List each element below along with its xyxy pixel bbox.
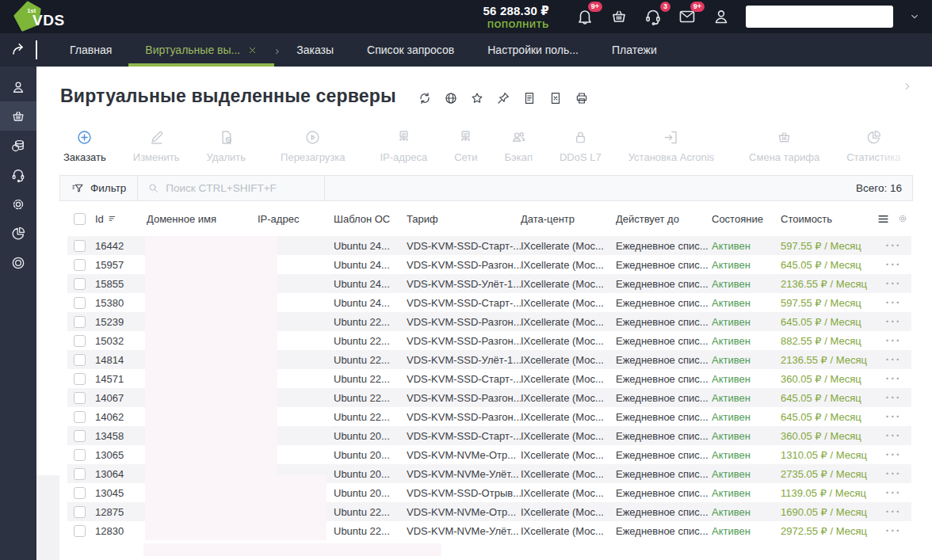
change-tariff-button[interactable]: Смена тарифа: [735, 129, 833, 163]
sidebar-item-clients[interactable]: [0, 72, 36, 101]
column-header-id[interactable]: Id: [95, 213, 147, 225]
cell-valid-until: Ежедневное спис...: [616, 316, 712, 328]
row-checkbox[interactable]: [74, 354, 86, 366]
row-menu-button[interactable]: ···: [876, 299, 911, 307]
row-checkbox[interactable]: [74, 373, 86, 385]
row-menu-button[interactable]: ···: [876, 470, 911, 478]
sidebar-item-finance[interactable]: [0, 131, 36, 160]
row-checkbox[interactable]: [74, 449, 86, 461]
toolbar-button-label: DDoS L7: [560, 151, 602, 163]
edit-button[interactable]: Изменить: [120, 129, 193, 163]
acronis-install-button[interactable]: Установка Acronis: [615, 129, 728, 163]
forward-arrow-icon[interactable]: [10, 40, 29, 59]
doc-xls-icon[interactable]: [548, 91, 563, 105]
support-headset-icon[interactable]: 3: [644, 7, 663, 26]
table-settings-gear-icon[interactable]: [897, 213, 908, 224]
select-all-checkbox[interactable]: [74, 213, 86, 225]
order-button[interactable]: Заказать: [50, 129, 120, 163]
column-header-state[interactable]: Состояние: [712, 213, 781, 225]
tab-orders[interactable]: Заказы: [280, 33, 350, 67]
printer-icon[interactable]: [575, 91, 589, 105]
row-menu-button[interactable]: ···: [876, 413, 911, 421]
row-menu-button[interactable]: ···: [876, 527, 911, 535]
search-box[interactable]: [138, 176, 324, 200]
cell-cost: 2972.55 ₽ / Месяц: [781, 525, 876, 537]
restart-button[interactable]: Перезагрузка: [267, 129, 358, 163]
account-menu[interactable]: [746, 6, 893, 28]
networks-button[interactable]: IPСети: [441, 129, 491, 163]
sidebar-item-products[interactable]: [0, 101, 36, 131]
table-menu-icon[interactable]: [877, 213, 889, 225]
row-menu-button[interactable]: ···: [876, 375, 911, 383]
doc-list-icon[interactable]: [522, 91, 537, 105]
row-menu-button[interactable]: ···: [876, 508, 911, 516]
row-menu-button[interactable]: ···: [876, 242, 911, 250]
row-menu-button[interactable]: ···: [876, 261, 911, 269]
cell-cost: 882.55 ₽ / Месяц: [781, 335, 876, 347]
globe-icon[interactable]: [444, 91, 458, 105]
history-button[interactable]: ?История: [914, 129, 932, 163]
row-checkbox[interactable]: [74, 487, 86, 499]
sidebar-item-services[interactable]: [0, 248, 36, 277]
toolbar-scroll-right-icon[interactable]: [902, 81, 913, 92]
row-menu-button[interactable]: ···: [876, 356, 911, 364]
refresh-icon[interactable]: [418, 91, 432, 105]
plus-circle-icon: [76, 129, 93, 146]
sort-icon[interactable]: [108, 214, 118, 224]
row-menu-button[interactable]: ···: [876, 394, 911, 402]
ddos-l7-button[interactable]: DDoS L7: [546, 129, 615, 163]
row-checkbox[interactable]: [74, 335, 86, 347]
row-checkbox[interactable]: [74, 240, 86, 252]
row-menu-button[interactable]: ···: [876, 337, 911, 345]
row-menu-button[interactable]: ···: [876, 280, 911, 288]
delete-button[interactable]: Удалить: [193, 129, 259, 163]
row-checkbox[interactable]: [74, 430, 86, 442]
row-menu-button[interactable]: ···: [876, 318, 911, 326]
tab-user-settings[interactable]: Настройки поль...: [471, 33, 595, 67]
row-menu-button[interactable]: ···: [876, 432, 911, 440]
cell-valid-until: Ежедневное спис...: [616, 411, 712, 423]
column-header-tariff[interactable]: Тариф: [407, 213, 521, 225]
topup-button[interactable]: ПОПОЛНИТЬ: [483, 20, 549, 29]
logo[interactable]: 1st VDS: [13, 1, 65, 32]
column-header-ip[interactable]: IP-адрес: [258, 213, 334, 225]
row-checkbox[interactable]: [74, 506, 86, 518]
star-icon[interactable]: [470, 91, 484, 105]
cell-datacenter: IXcellerate (Мос...: [521, 335, 616, 347]
row-checkbox[interactable]: [74, 297, 86, 309]
pin-icon[interactable]: [496, 91, 510, 105]
row-checkbox[interactable]: [74, 259, 86, 271]
row-checkbox[interactable]: [74, 392, 86, 404]
tab-home[interactable]: Главная: [53, 33, 128, 67]
sidebar-item-statistics[interactable]: [0, 219, 36, 248]
row-checkbox[interactable]: [74, 278, 86, 290]
search-input[interactable]: [166, 182, 315, 194]
row-checkbox[interactable]: [74, 525, 86, 537]
row-menu-button[interactable]: ···: [876, 489, 911, 497]
column-header-domain[interactable]: Доменное имя: [147, 213, 258, 225]
column-header-cost[interactable]: Стоимость: [781, 213, 876, 225]
cart-icon[interactable]: [609, 7, 628, 26]
backup-button[interactable]: Бэкап: [491, 129, 546, 163]
statistics-button[interactable]: Статистика: [833, 129, 914, 163]
row-menu-button[interactable]: ···: [876, 451, 911, 459]
profile-user-icon[interactable]: [712, 7, 731, 26]
ip-addresses-button[interactable]: IPIP-адреса: [367, 129, 441, 163]
notifications-bell-icon[interactable]: 9+: [575, 7, 594, 26]
tab-virtual-servers[interactable]: Виртуальные вы...: [128, 33, 274, 67]
chevron-down-icon[interactable]: [908, 10, 921, 23]
sidebar-item-support[interactable]: [0, 160, 36, 189]
tab-requests[interactable]: Список запросов: [350, 33, 471, 67]
row-checkbox[interactable]: [74, 316, 86, 328]
column-header-os[interactable]: Шаблон ОС: [334, 213, 407, 225]
mail-icon[interactable]: 9+: [678, 7, 697, 26]
close-tab-icon[interactable]: [247, 45, 258, 55]
sidebar-item-settings[interactable]: [0, 189, 36, 219]
toolbar-button-label: Сети: [454, 151, 477, 163]
column-header-valid-until[interactable]: Действует до: [616, 213, 712, 225]
row-checkbox[interactable]: [74, 411, 86, 423]
row-checkbox[interactable]: [74, 468, 86, 480]
filter-button[interactable]: Фильтр: [60, 176, 137, 200]
tab-payments[interactable]: Платежи: [595, 33, 674, 67]
column-header-datacenter[interactable]: Дата-центр: [521, 213, 616, 225]
